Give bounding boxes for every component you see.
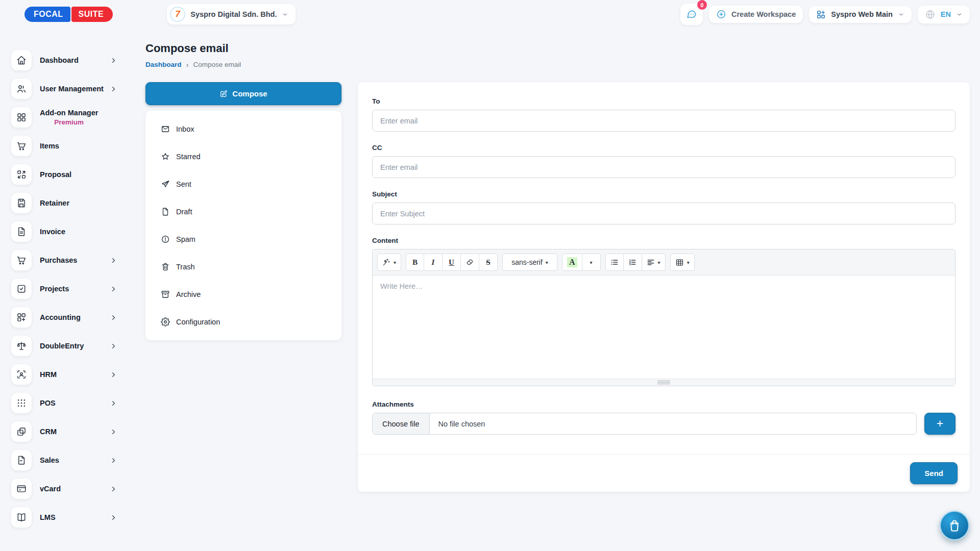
logo-left: FOCAL <box>24 7 70 22</box>
grid-icon <box>11 107 32 128</box>
projects-icon <box>11 279 32 299</box>
sidebar-item-vcard[interactable]: vCard <box>11 474 133 503</box>
sidebar-item-retainer[interactable]: Retainer <box>11 189 133 217</box>
messages-count-badge: 0 <box>697 0 707 10</box>
users-icon <box>11 79 32 99</box>
italic-button[interactable]: I <box>424 254 443 271</box>
to-input[interactable] <box>372 110 955 132</box>
chevron-right-icon <box>110 314 117 321</box>
main-content: Compose email Dashboard › Compose email … <box>133 29 980 551</box>
font-color-dropdown[interactable]: ▾ <box>582 254 601 271</box>
font-family-dropdown[interactable]: sans-serif ▾ <box>502 254 557 271</box>
mail-folder-sent[interactable]: Sent <box>145 170 341 198</box>
sidebar-item-accounting[interactable]: Accounting <box>11 303 133 332</box>
mail-folder-spam[interactable]: Spam <box>145 226 341 253</box>
sidebar-item-proposal[interactable]: Proposal <box>11 160 133 189</box>
scale-icon <box>11 336 32 356</box>
sidebar-item-label: User Management <box>40 85 104 93</box>
sidebar-item-pos[interactable]: POS <box>11 389 133 417</box>
chevron-right-icon <box>110 57 117 64</box>
pos-icon <box>11 393 32 413</box>
mail-folder-label: Inbox <box>176 125 194 133</box>
workspace-selector[interactable]: 7 Syspro Digital Sdn. Bhd. <box>167 4 296 24</box>
subject-input[interactable] <box>372 203 955 224</box>
sidebar-item-label: Accounting <box>40 313 81 321</box>
chevron-right-icon <box>110 457 117 464</box>
mail-folder-label: Trash <box>176 263 195 271</box>
chevron-down-icon <box>898 11 904 18</box>
mail-navigation: Compose InboxStarredSentDraftSpamTrashAr… <box>145 82 341 340</box>
crm-icon <box>11 421 32 442</box>
strikethrough-button[interactable]: S <box>479 254 498 271</box>
sidebar-item-label: POS <box>40 399 56 407</box>
bold-button[interactable]: B <box>406 254 424 271</box>
draft-icon <box>161 207 170 216</box>
breadcrumb-current: Compose email <box>193 61 241 68</box>
mail-folder-inbox[interactable]: Inbox <box>145 115 341 143</box>
sidebar-item-doubleentry[interactable]: DoubleEntry <box>11 332 133 360</box>
sidebar-item-label: Dashboard <box>40 56 79 64</box>
style-dropdown-button[interactable]: ▾ <box>377 254 401 271</box>
mail-folder-draft[interactable]: Draft <box>145 198 341 226</box>
sidebar-item-label: Projects <box>40 285 69 293</box>
mail-folder-starred[interactable]: Starred <box>145 143 341 170</box>
table-dropdown-button[interactable]: ▾ <box>670 254 695 271</box>
editor-resize-bar[interactable] <box>373 379 955 386</box>
choose-file-button[interactable]: Choose file <box>373 413 430 434</box>
sidebar-item-hrm[interactable]: HRM <box>11 360 133 389</box>
sidebar-item-user-management[interactable]: User Management <box>11 74 133 103</box>
cc-input[interactable] <box>372 156 955 178</box>
breadcrumb-separator-icon: › <box>186 60 189 69</box>
editor-placeholder: Write Here… <box>380 282 423 290</box>
app-menu-selector[interactable]: Syspro Web Main <box>809 6 912 23</box>
mail-folder-label: Draft <box>176 208 192 216</box>
language-selector[interactable]: EN <box>918 6 970 23</box>
mail-folder-archive[interactable]: Archive <box>145 281 341 308</box>
rich-text-editor: ▾ B I U S <box>372 249 955 386</box>
sidebar-item-label: Invoice <box>40 228 65 236</box>
sidebar-item-projects[interactable]: Projects <box>11 274 133 303</box>
grid-plus-icon <box>816 10 826 19</box>
send-button[interactable]: Send <box>910 462 958 484</box>
trash-icon <box>161 262 170 271</box>
sidebar-item-dashboard[interactable]: Dashboard <box>11 46 133 74</box>
file-status-text: No file chosen <box>430 420 485 428</box>
sidebar-item-items[interactable]: Items <box>11 132 133 160</box>
breadcrumb: Dashboard › Compose email <box>145 60 970 69</box>
chevron-right-icon <box>110 342 117 350</box>
mail-folder-trash[interactable]: Trash <box>145 253 341 281</box>
sidebar-item-purchases[interactable]: Purchases <box>11 246 133 274</box>
chevron-right-icon <box>110 399 117 407</box>
ordered-list-button[interactable]: 123 <box>624 254 642 271</box>
table-icon <box>675 258 684 267</box>
create-workspace-button[interactable]: Create Workspace <box>709 6 803 23</box>
cc-label: CC <box>372 144 955 152</box>
add-attachment-button[interactable]: + <box>924 413 955 435</box>
unordered-list-button[interactable] <box>605 254 624 271</box>
sidebar-item-sales[interactable]: Sales <box>11 446 133 474</box>
clear-format-button[interactable] <box>461 254 479 271</box>
content-label: Content <box>372 237 955 244</box>
sidebar-item-crm[interactable]: CRM <box>11 417 133 446</box>
sidebar-item-add-on-manager[interactable]: Add-on ManagerPremium <box>11 103 133 132</box>
plus-circle-icon <box>716 9 726 19</box>
compose-button[interactable]: Compose <box>145 82 341 105</box>
file-input[interactable]: Choose file No file chosen <box>372 413 917 435</box>
underline-button[interactable]: U <box>443 254 461 271</box>
font-color-button[interactable]: A <box>562 254 582 271</box>
mail-folder-label: Archive <box>176 290 201 298</box>
archive-icon <box>161 290 170 299</box>
sidebar-item-invoice[interactable]: Invoice <box>11 217 133 246</box>
editor-content-area[interactable]: Write Here… <box>373 276 955 379</box>
mail-folder-configuration[interactable]: Configuration <box>145 308 341 336</box>
sidebar-item-lms[interactable]: LMS <box>11 503 133 532</box>
mail-folder-label: Sent <box>176 180 191 188</box>
app-menu-label: Syspro Web Main <box>831 10 893 18</box>
store-fab-button[interactable] <box>940 511 969 540</box>
breadcrumb-dashboard-link[interactable]: Dashboard <box>145 61 182 68</box>
focal-suite-logo: FOCAL SUITE <box>24 7 113 22</box>
messages-button[interactable]: 0 <box>680 4 703 25</box>
paragraph-align-dropdown[interactable]: ▾ <box>642 254 666 271</box>
caret-down-icon: ▾ <box>687 260 690 265</box>
editor-toolbar: ▾ B I U S <box>373 249 955 276</box>
